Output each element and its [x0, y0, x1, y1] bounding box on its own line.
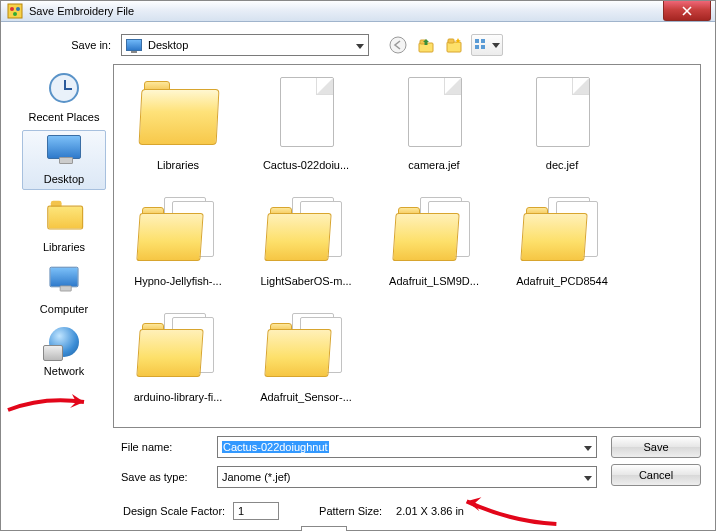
list-item[interactable]: Adafruit_LSM9D...: [380, 191, 488, 287]
save-in-label: Save in:: [57, 39, 111, 51]
list-item[interactable]: Adafruit_PCD8544: [508, 191, 616, 287]
svg-rect-13: [481, 39, 485, 43]
svg-rect-15: [481, 45, 485, 49]
list-item[interactable]: Adafruit_Sensor-...: [252, 307, 360, 403]
place-desktop[interactable]: Desktop: [22, 130, 106, 190]
place-network[interactable]: Network: [22, 322, 106, 382]
list-item[interactable]: Cactus-022doiu...: [252, 75, 360, 171]
titlebar: Save Embroidery File: [1, 1, 715, 22]
svg-rect-10: [448, 39, 454, 43]
filename-label: File name:: [121, 441, 211, 453]
save-dialog: Save Embroidery File Save in: Desktop: [0, 0, 716, 531]
chevron-down-icon: [492, 43, 500, 48]
list-item[interactable]: Libraries: [124, 75, 232, 171]
saveastype-combo[interactable]: Janome (*.jef): [217, 466, 597, 488]
cancel-button[interactable]: Cancel: [611, 464, 701, 486]
chevron-down-icon: [584, 471, 592, 483]
saveastype-label: Save as type:: [121, 471, 211, 483]
new-folder-button[interactable]: [443, 34, 465, 56]
app-icon: [7, 3, 23, 19]
window-title: Save Embroidery File: [29, 5, 663, 17]
save-in-value: Desktop: [148, 39, 188, 51]
file-list[interactable]: Libraries Cactus-022doiu... camera.jef d…: [113, 64, 701, 428]
place-computer[interactable]: Computer: [22, 260, 106, 320]
svg-rect-14: [475, 45, 479, 49]
chevron-down-icon: [584, 441, 592, 453]
svg-point-6: [390, 37, 406, 53]
list-item[interactable]: arduino-library-fi...: [124, 307, 232, 403]
places-bar: Recent Places Desktop Libraries Computer…: [15, 64, 113, 488]
place-libraries[interactable]: Libraries: [22, 192, 106, 258]
svg-point-3: [13, 12, 17, 16]
up-button[interactable]: [415, 34, 437, 56]
save-button[interactable]: Save: [611, 436, 701, 458]
min-stitches-input[interactable]: 4: [301, 526, 347, 531]
scale-label: Design Scale Factor:: [123, 505, 225, 517]
scale-input[interactable]: 1: [233, 502, 279, 520]
place-recent[interactable]: Recent Places: [22, 68, 106, 128]
filename-input[interactable]: Cactus-022doiughnut: [217, 436, 597, 458]
svg-point-2: [16, 7, 20, 11]
close-button[interactable]: [663, 1, 711, 21]
pattern-size-label: Pattern Size:: [319, 505, 382, 517]
svg-rect-12: [475, 39, 479, 43]
list-item[interactable]: camera.jef: [380, 75, 488, 171]
desktop-icon: [126, 39, 142, 51]
back-button[interactable]: [387, 34, 409, 56]
chevron-down-icon: [356, 39, 364, 51]
save-in-combo[interactable]: Desktop: [121, 34, 369, 56]
view-menu-button[interactable]: [471, 34, 503, 56]
list-item[interactable]: dec.jef: [508, 75, 616, 171]
list-item[interactable]: Hypno-Jellyfish-...: [124, 191, 232, 287]
list-item[interactable]: LightSaberOS-m...: [252, 191, 360, 287]
svg-point-1: [10, 7, 14, 11]
pattern-size-value: 2.01 X 3.86 in: [396, 505, 464, 517]
